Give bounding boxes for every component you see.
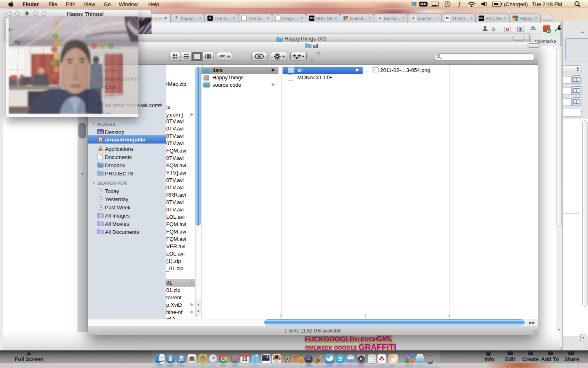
svg-text:smile smooth = 0.00: smile smooth = 0.00 bbox=[32, 29, 92, 35]
svg-text:Lily: Lily bbox=[405, 355, 410, 358]
svg-text:S: S bbox=[338, 355, 342, 362]
svg-text:TAG: TAG bbox=[531, 28, 535, 30]
svg-text:smile = 0.00: smile = 0.00 bbox=[29, 22, 90, 29]
svg-text:Ap: Ap bbox=[14, 39, 21, 45]
